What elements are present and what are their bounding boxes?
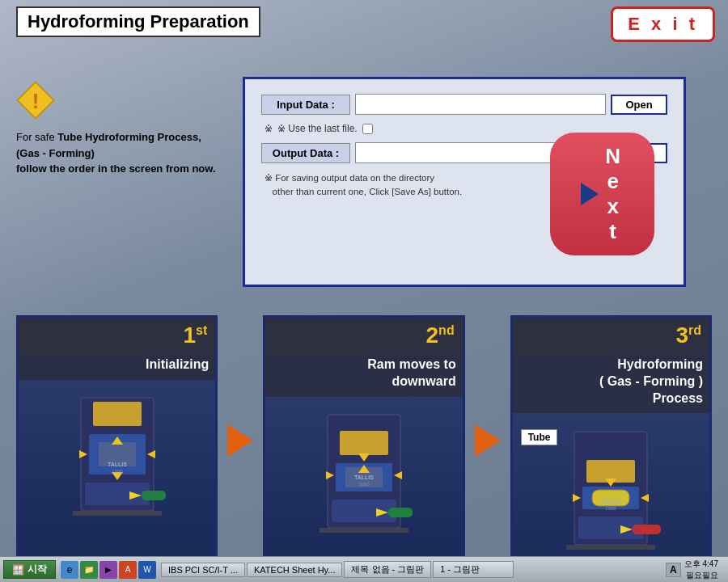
input-data-row: Input Data : Open — [261, 94, 667, 115]
arrow-2 — [473, 315, 502, 565]
machine-2-svg: TALLIS 1000 — [311, 407, 417, 536]
svg-text:1000: 1000 — [112, 469, 123, 474]
taskbar-item-3[interactable]: 제목 없음 - 그림판 — [344, 561, 431, 578]
svg-text:1000: 1000 — [358, 482, 370, 487]
warning-text: For safe Tube Hydroforming Process, (Gas… — [16, 129, 226, 177]
svg-text:!: ! — [32, 90, 40, 112]
exit-button[interactable]: E x i t — [611, 6, 715, 42]
step-2-title: Ram moves todownward — [265, 353, 462, 397]
step-3-number: 3rd — [675, 323, 701, 348]
arrow-1 — [226, 315, 255, 565]
step-2-number: 2nd — [426, 323, 455, 348]
ie-icon[interactable]: e — [61, 561, 78, 579]
svg-text:1000: 1000 — [606, 506, 617, 511]
windows-icon: 🪟 — [12, 564, 24, 576]
keyboard-indicator: A — [666, 563, 681, 577]
next-button[interactable]: N e x t — [550, 133, 654, 255]
folder-icon[interactable]: 📁 — [80, 561, 98, 579]
media-icon[interactable]: ▶ — [99, 561, 117, 579]
last-file-label: ※ Use the last file. — [277, 123, 358, 134]
input-label: Input Data : — [261, 95, 350, 115]
play-icon — [581, 183, 599, 205]
app2-icon[interactable]: W — [138, 561, 156, 579]
step-2-box: 2nd Ram moves todownward — [263, 315, 464, 565]
step-2-header: 2nd — [265, 318, 462, 353]
svg-rect-6 — [85, 483, 150, 505]
svg-rect-11 — [142, 491, 166, 500]
step-1-box: 1st Initializing — [16, 315, 218, 565]
step-3-header: 3rd — [513, 318, 709, 353]
warning-icon: ! — [16, 81, 55, 120]
last-file-checkbox[interactable] — [362, 124, 373, 134]
step-3-box: 3rd Hydroforming( Gas - Forming )Process… — [510, 315, 712, 565]
machine-3-svg: TALLIS 1000 — [558, 424, 663, 553]
step-2-image: TALLIS 1000 — [265, 397, 462, 546]
svg-rect-3 — [93, 402, 142, 426]
start-button[interactable]: 🪟 시작 — [3, 560, 56, 579]
taskbar-item-2[interactable]: KATECH Sheet Hy... — [247, 563, 342, 577]
svg-rect-42 — [566, 545, 655, 550]
last-file-symbol: ※ — [265, 123, 273, 134]
svg-text:TALLIS: TALLIS — [354, 474, 374, 480]
step-1-number: 1st — [184, 323, 208, 348]
step-3-image: Tube TALLIS 100 — [513, 413, 709, 563]
page-title: Hydroforming Preparation — [16, 6, 260, 37]
step-3-title: Hydroforming( Gas - Forming )Process — [513, 353, 709, 413]
taskbar: 🪟 시작 e 📁 ▶ A W IBS PCI SC/I-T ... KATECH… — [0, 556, 728, 582]
step-1-image: TALLIS 1000 — [19, 380, 215, 529]
taskbar-item-4[interactable]: 1 - 그림판 — [433, 561, 514, 578]
step-1-title: Initializing — [19, 353, 215, 380]
svg-rect-20 — [332, 500, 396, 522]
warning-area: ! For safe Tube Hydroforming Process, (G… — [16, 81, 226, 177]
clock: 오후 4:47 필요필요 — [684, 559, 718, 581]
svg-rect-29 — [320, 528, 408, 533]
tube-label: Tube — [521, 429, 558, 445]
machine-1-svg: TALLIS 1000 — [65, 390, 170, 519]
svg-rect-17 — [340, 431, 388, 455]
output-label: Output Data : — [261, 143, 350, 163]
input-field[interactable] — [355, 94, 606, 115]
svg-rect-38 — [633, 525, 661, 534]
svg-text:TALLIS: TALLIS — [108, 462, 127, 467]
main-panel: Input Data : Open ※ ※ Use the last file.… — [243, 77, 686, 287]
taskbar-item-1[interactable]: IBS PCI SC/I-T ... — [161, 563, 245, 577]
svg-rect-25 — [388, 508, 413, 517]
quick-launch: e 📁 ▶ A W — [61, 561, 156, 579]
step-1-header: 1st — [19, 318, 215, 353]
steps-area: 1st Initializing — [16, 315, 712, 565]
open-button[interactable]: Open — [611, 95, 667, 115]
svg-rect-15 — [73, 511, 162, 516]
system-tray: A 오후 4:47 필요필요 — [659, 559, 725, 581]
app-icon[interactable]: A — [119, 561, 137, 579]
svg-text:TALLIS: TALLIS — [601, 499, 620, 504]
